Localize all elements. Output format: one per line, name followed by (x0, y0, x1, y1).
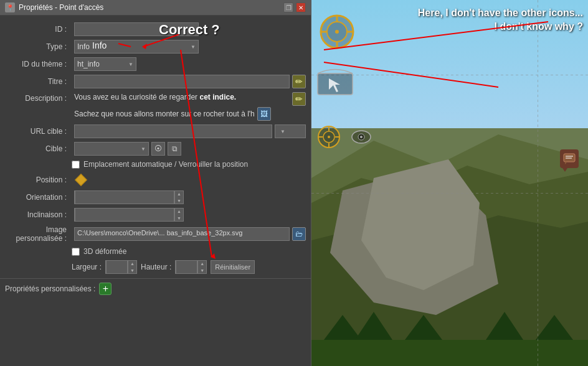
chat-icon (563, 153, 576, 164)
close-button[interactable]: ✕ (296, 2, 306, 12)
position-control (74, 173, 306, 187)
url-label: URL cible : (5, 127, 70, 136)
id-row: ID : Roc_Coustouges (0, 21, 311, 38)
largeur-up[interactable]: ▲ (128, 260, 136, 267)
svg-rect-11 (311, 340, 588, 366)
url-select[interactable]: ▼ (275, 124, 306, 138)
restore-button[interactable]: ❐ (283, 2, 293, 12)
description-edit-button[interactable]: ✏ (292, 92, 306, 106)
titre-input[interactable]: Bravo ! (74, 75, 290, 88)
hauteur-spinner[interactable]: 32 ▲ ▼ (175, 260, 207, 274)
theme-select[interactable]: ht_info ▼ (74, 57, 136, 71)
inclinaison-row: Inclinaison : 22,17 ▲ ▼ (0, 206, 311, 223)
titre-edit-button[interactable]: ✏ (292, 75, 306, 88)
crosshair-horizontal-2 (311, 193, 588, 194)
add-prop-button[interactable]: + (99, 283, 111, 295)
cible-label: Cible : (5, 144, 70, 153)
hauteur-down[interactable]: ▼ (198, 267, 206, 274)
largeur-input[interactable]: 32 (106, 260, 128, 274)
reset-button[interactable]: Réinitialiser (211, 260, 255, 274)
orientation-down[interactable]: ▼ (175, 197, 183, 204)
target-eye-row (316, 124, 372, 149)
title-bar: 📍 Propriétés - Point d'accès ❐ ✕ (0, 0, 311, 16)
titre-control: Bravo ! ✏ (74, 75, 306, 88)
description-text2: Sachez que nous allons monter sur ce roc… (74, 109, 255, 120)
type-control: Info ▼ (74, 40, 306, 54)
position-row: Position : (0, 171, 311, 189)
form-area: ID : Roc_Coustouges Type : Info ▼ ID du … (0, 16, 311, 366)
eye-icon (350, 126, 372, 148)
type-value: Info (77, 42, 90, 51)
description-bold: cet indice. (199, 93, 236, 101)
url-input[interactable] (74, 124, 272, 138)
inclinaison-up[interactable]: ▲ (175, 208, 183, 215)
type-label: Type : (5, 42, 70, 51)
description-text1: Vous avez eu la curiosité de regarder ce… (74, 92, 290, 103)
svg-point-32 (328, 136, 330, 138)
hauteur-input[interactable]: 32 (176, 260, 197, 274)
emplacement-row: Emplacement automatique / Verrouiller la… (0, 157, 311, 171)
position-diamond[interactable] (74, 173, 88, 187)
type-select[interactable]: Info ▼ (74, 40, 199, 54)
hauteur-arrows: ▲ ▼ (197, 260, 206, 274)
chat-bubble-icon (560, 149, 579, 168)
image-label: Image personnalisée : (5, 225, 70, 243)
id-input[interactable]: Roc_Coustouges (74, 22, 199, 36)
image-browse-button[interactable]: 🗁 (292, 227, 306, 241)
cible-control: ▼ ⦿ ⧉ (74, 142, 306, 156)
hauteur-up[interactable]: ▲ (198, 260, 206, 267)
inclinaison-label: Inclinaison : (5, 210, 70, 219)
cible-radio-button[interactable]: ⦿ (151, 142, 165, 156)
inclinaison-input[interactable]: 22,17 (75, 208, 174, 222)
hauteur-label: Hauteur : (141, 263, 171, 271)
largeur-arrows: ▲ ▼ (128, 260, 136, 274)
cible-copy-button[interactable]: ⧉ (168, 142, 181, 156)
type-row: Type : Info ▼ (0, 38, 311, 55)
inclinaison-arrows: ▲ ▼ (174, 208, 183, 222)
camera-icon (316, 68, 354, 100)
url-arrow: ▼ (280, 129, 285, 134)
cible-select[interactable]: ▼ (74, 142, 149, 156)
image-control: C:\Users\monco\OneDrive\... bas_info_bas… (74, 227, 306, 241)
orientation-input[interactable]: -44,56 (75, 190, 174, 204)
mountain-bg (311, 128, 588, 366)
inclinaison-control: 22,17 ▲ ▼ (74, 208, 306, 222)
inclinaison-down[interactable]: ▼ (175, 215, 183, 222)
description-image-button[interactable]: 🖼 (257, 107, 271, 121)
small-target-icon (316, 124, 341, 149)
right-panel: Here, I don't have the other icons... I … (311, 0, 588, 366)
description-control: Vous avez eu la curiosité de regarder ce… (74, 92, 306, 121)
properties-panel: 📍 Propriétés - Point d'accès ❐ ✕ ID : Ro… (0, 0, 311, 366)
props-label: Propriétés personnalisées : (5, 284, 95, 293)
svg-point-35 (360, 136, 363, 138)
size-row: Largeur : 32 ▲ ▼ Hauteur : 32 ▲ ▼ Ré (0, 258, 311, 276)
orientation-control: -44,56 ▲ ▼ (74, 190, 306, 204)
description-label: Description : (5, 92, 70, 103)
url-row: URL cible : ▼ (0, 123, 311, 140)
inclinaison-spinner[interactable]: 22,17 ▲ ▼ (74, 208, 184, 222)
image-row: Image personnalisée : C:\Users\monco\One… (0, 223, 311, 245)
theme-label: ID du thème : (5, 60, 70, 68)
id-label: ID : (5, 25, 70, 34)
emplacement-label: Emplacement automatique / Verrouiller la… (83, 160, 248, 169)
emplacement-checkbox[interactable] (72, 161, 80, 169)
threed-row: 3D déformée (0, 245, 311, 258)
orientation-row: Orientation : -44,56 ▲ ▼ (0, 189, 311, 206)
orientation-label: Orientation : (5, 193, 70, 202)
titre-label: Titre : (5, 77, 70, 86)
largeur-spinner[interactable]: 32 ▲ ▼ (105, 260, 137, 274)
orientation-up[interactable]: ▲ (175, 190, 183, 197)
diamond-shape (75, 174, 87, 186)
theme-value: ht_info (77, 60, 100, 68)
largeur-down[interactable]: ▼ (128, 267, 136, 274)
description-row: Description : Vous avez eu la curiosité … (0, 90, 311, 123)
threed-checkbox[interactable] (72, 248, 80, 256)
orientation-spinner[interactable]: -44,56 ▲ ▼ (74, 190, 184, 204)
theme-select-arrow: ▼ (128, 62, 133, 67)
mountain-svg (311, 128, 588, 366)
camera-icon-container (316, 68, 354, 101)
orientation-arrows: ▲ ▼ (174, 190, 183, 204)
svg-marker-37 (565, 162, 567, 164)
window-icon: 📍 (5, 2, 15, 12)
threed-label: 3D déformée (83, 247, 126, 256)
